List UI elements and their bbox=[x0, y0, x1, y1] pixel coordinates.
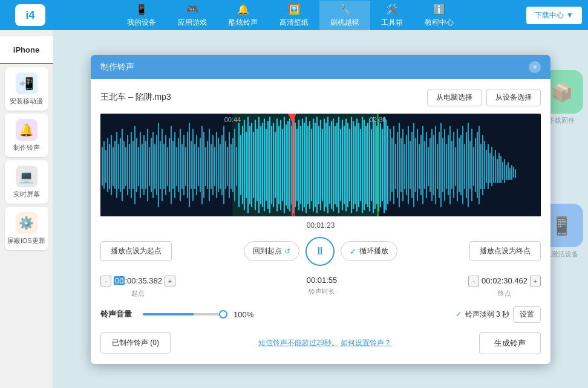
svg-rect-48 bbox=[185, 147, 186, 186]
nav-toolbox[interactable]: 🛠️ 工具箱 bbox=[370, 1, 414, 30]
svg-rect-95 bbox=[271, 126, 272, 204]
svg-rect-165 bbox=[399, 123, 400, 207]
svg-rect-203 bbox=[468, 123, 469, 207]
start-time-decrease-button[interactable]: - bbox=[100, 276, 111, 286]
start-time-increase-button[interactable]: + bbox=[165, 276, 175, 286]
download-center-button[interactable]: 下载中心 ▼ bbox=[526, 7, 582, 24]
svg-rect-156 bbox=[382, 129, 383, 201]
svg-rect-83 bbox=[249, 126, 250, 204]
svg-rect-30 bbox=[152, 132, 154, 198]
svg-rect-222 bbox=[502, 162, 503, 180]
nav-wallpapers[interactable]: 🖼️ 高清壁纸 bbox=[269, 1, 319, 30]
svg-rect-196 bbox=[455, 147, 456, 186]
svg-rect-215 bbox=[489, 153, 491, 183]
svg-rect-181 bbox=[428, 147, 429, 186]
svg-rect-219 bbox=[497, 159, 498, 183]
made-ringtones-button[interactable]: 已制作铃声 (0) bbox=[100, 332, 171, 354]
waveform-svg: 00:44 02:30 bbox=[100, 114, 541, 216]
svg-rect-34 bbox=[160, 141, 161, 189]
apps-icon: 🎮 bbox=[186, 3, 199, 16]
svg-rect-162 bbox=[393, 126, 394, 204]
svg-rect-135 bbox=[344, 126, 345, 204]
modal-body: 王北车 – 陷阱.mp3 从电脑选择 从设备选择 bbox=[91, 79, 550, 364]
svg-rect-82 bbox=[247, 117, 249, 213]
loop-button[interactable]: ✓ 循环播放 bbox=[341, 241, 397, 261]
svg-rect-17 bbox=[129, 144, 130, 189]
svg-rect-73 bbox=[230, 144, 232, 189]
svg-rect-23 bbox=[140, 132, 141, 198]
svg-rect-88 bbox=[258, 117, 260, 213]
svg-rect-101 bbox=[282, 129, 283, 201]
sidebar-item-install[interactable]: 📲 安装移动漫 bbox=[5, 67, 48, 111]
set-start-button[interactable]: 播放点设为起点 bbox=[100, 241, 172, 261]
svg-rect-198 bbox=[459, 138, 460, 192]
generate-ringtone-button[interactable]: 生成铃声 bbox=[479, 332, 541, 354]
volume-slider[interactable] bbox=[143, 313, 227, 315]
svg-rect-94 bbox=[269, 117, 270, 213]
nav-ringtones[interactable]: 🔔 酷炫铃声 bbox=[218, 1, 269, 30]
play-pause-button[interactable]: ⏸ bbox=[305, 237, 335, 266]
svg-rect-209 bbox=[479, 126, 480, 204]
svg-rect-52 bbox=[192, 129, 194, 201]
settings-icon: ⚙️ bbox=[16, 212, 38, 234]
svg-rect-111 bbox=[300, 126, 301, 204]
ringtones-icon: 🔔 bbox=[237, 3, 250, 16]
devices-icon: 📱 bbox=[135, 3, 148, 16]
svg-rect-93 bbox=[267, 121, 269, 209]
svg-rect-91 bbox=[264, 118, 265, 212]
sidebar-item-hide-ios[interactable]: ⚙️ 屏蔽iOS更新 bbox=[5, 207, 48, 250]
end-time-increase-button[interactable]: + bbox=[530, 276, 541, 286]
end-time-group: - 00:02:30.462 + 终点 bbox=[468, 276, 541, 298]
svg-rect-155 bbox=[380, 123, 381, 207]
svg-rect-148 bbox=[367, 123, 368, 207]
sidebar-item-screen[interactable]: 💻 实时屏幕 bbox=[5, 160, 48, 204]
svg-rect-213 bbox=[486, 150, 487, 183]
fade-settings-button[interactable]: 设置 bbox=[513, 306, 541, 323]
check-icon: ✓ bbox=[350, 247, 357, 256]
svg-rect-182 bbox=[430, 138, 431, 192]
current-time-display: 00:01:23 bbox=[100, 221, 541, 230]
from-pc-button[interactable]: 从电脑选择 bbox=[427, 89, 482, 106]
svg-rect-41 bbox=[172, 141, 174, 189]
nav-apps-games[interactable]: 🎮 应用游戏 bbox=[167, 1, 218, 30]
svg-rect-164 bbox=[397, 132, 398, 198]
sidebar: iPhone 📲 安装移动漫 🔔 制作铃声 💻 实时屏幕 ⚙️ 屏蔽iOS更新 bbox=[0, 30, 53, 388]
iphone-tab[interactable]: iPhone bbox=[0, 36, 53, 64]
set-end-button[interactable]: 播放点设为终点 bbox=[469, 241, 541, 261]
svg-rect-25 bbox=[143, 135, 145, 195]
svg-rect-187 bbox=[439, 132, 440, 198]
svg-rect-202 bbox=[466, 132, 467, 198]
svg-rect-2 bbox=[102, 147, 103, 186]
nav-my-devices[interactable]: 📱 我的设备 bbox=[116, 1, 167, 30]
svg-rect-84 bbox=[251, 123, 252, 207]
svg-rect-151 bbox=[373, 117, 374, 213]
back-to-start-button[interactable]: 回到起点 ↺ bbox=[244, 241, 299, 261]
start-time-label: 起点 bbox=[131, 289, 145, 298]
nav-tutorials[interactable]: ℹ️ 教程中心 bbox=[414, 1, 465, 30]
svg-rect-29 bbox=[151, 138, 152, 192]
svg-rect-55 bbox=[198, 147, 199, 186]
sidebar-item-ringtone[interactable]: 🔔 制作铃声 bbox=[5, 114, 48, 157]
fade-info: ✓ 铃声淡弱 3 秒 设置 bbox=[456, 306, 541, 323]
svg-rect-24 bbox=[142, 144, 143, 189]
svg-rect-61 bbox=[209, 129, 210, 201]
modal-close-button[interactable]: × bbox=[529, 61, 541, 73]
svg-rect-102 bbox=[284, 117, 285, 213]
svg-rect-141 bbox=[354, 126, 356, 204]
end-time-decrease-button[interactable]: - bbox=[468, 276, 479, 286]
from-device-button[interactable]: 从设备选择 bbox=[486, 89, 541, 106]
svg-rect-183 bbox=[431, 129, 433, 201]
svg-rect-192 bbox=[448, 135, 449, 195]
svg-rect-60 bbox=[207, 141, 208, 189]
wallpapers-icon: 🖼️ bbox=[287, 3, 301, 16]
svg-rect-157 bbox=[384, 117, 385, 213]
nav-jailbreak[interactable]: 🔧 刷机越狱 bbox=[319, 1, 370, 30]
svg-rect-6 bbox=[109, 144, 110, 189]
svg-rect-117 bbox=[311, 129, 312, 201]
svg-rect-119 bbox=[315, 123, 316, 207]
duration-group: 00:01:55 铃声时长 bbox=[307, 276, 338, 296]
waveform-container[interactable]: 00:44 02:30 bbox=[100, 114, 541, 216]
svg-rect-54 bbox=[196, 135, 197, 195]
svg-rect-53 bbox=[194, 144, 195, 189]
how-to-set-link[interactable]: 如何设置铃声？ bbox=[341, 338, 391, 347]
